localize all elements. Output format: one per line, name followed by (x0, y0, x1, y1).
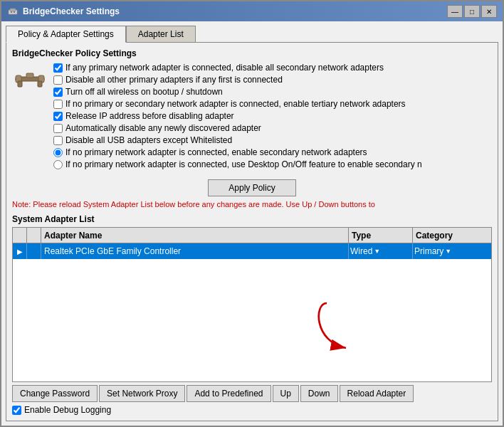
svg-rect-9 (38, 81, 42, 87)
checkbox-label-4: If no primary or secondary network adapt… (65, 99, 406, 109)
checkbox-label-7: Disable all USB adapters except Whitelis… (65, 135, 232, 145)
set-proxy-button[interactable]: Set Network Proxy (99, 385, 185, 402)
type-dropdown-arrow: ▼ (374, 248, 380, 255)
bottom-buttons: Change Password Set Network Proxy Add to… (12, 385, 492, 402)
up-button[interactable]: Up (273, 385, 299, 402)
title-buttons: — □ ✕ (447, 5, 497, 18)
radio-row-2: If no primary network adapter is connect… (53, 159, 492, 169)
adapter-table: Adapter Name Type Category ▶ Realtek PCI… (12, 227, 492, 382)
add-predefined-button[interactable]: Add to Predefined (187, 385, 271, 402)
checkbox-label-2: Disable all other primary adapters if an… (65, 75, 283, 85)
td-type-value: Wired (350, 246, 372, 256)
td-check (27, 243, 41, 259)
checkbox-label-6: Automatically disable any newly discover… (65, 123, 261, 133)
radio-label-1: If no primary network adapter is connect… (65, 147, 367, 157)
down-button[interactable]: Down (300, 385, 338, 402)
th-category-col[interactable]: Category (413, 228, 491, 243)
tab-bar: Policy & Adapter Settings Adapter List (6, 26, 498, 42)
radio-2[interactable] (53, 160, 63, 169)
th-check-col (27, 228, 41, 243)
debug-logging-checkbox[interactable] (12, 406, 21, 415)
checkbox-3[interactable] (53, 88, 63, 97)
checkbox-row-2: Disable all other primary adapters if an… (53, 75, 492, 85)
main-window: BridgeChecker Settings — □ ✕ Policy & Ad… (0, 0, 504, 427)
debug-row: Enable Debug Logging (12, 405, 492, 415)
radio-label-2: If no primary network adapter is connect… (65, 159, 422, 169)
apply-btn-row: Apply Policy (12, 179, 492, 196)
checkbox-row-1: If any primary network adapter is connec… (53, 63, 492, 73)
checkbox-7[interactable] (53, 136, 63, 145)
radio-1[interactable] (53, 148, 63, 157)
td-adapter-type[interactable]: Wired ▼ (349, 243, 413, 259)
td-adapter-name: Realtek PCIe GbE Family Controller (41, 243, 349, 259)
checkbox-label-1: If any primary network adapter is connec… (65, 63, 384, 73)
svg-rect-7 (26, 73, 33, 78)
checkbox-row-4: If no primary or secondary network adapt… (53, 99, 492, 109)
bottom-area: Change Password Set Network Proxy Add to… (12, 385, 492, 415)
bridge-icon (12, 63, 48, 98)
td-arrow: ▶ (13, 243, 27, 259)
th-name-col[interactable]: Adapter Name (41, 228, 349, 243)
tab-adapter-list[interactable]: Adapter List (126, 26, 196, 42)
maximize-button[interactable]: □ (464, 5, 480, 18)
debug-logging-label: Enable Debug Logging (24, 405, 111, 415)
svg-rect-1 (10, 9, 16, 11)
checkbox-row-3: Turn off all wireless on bootup / shutdo… (53, 87, 492, 97)
svg-rect-8 (18, 81, 22, 87)
reload-adapter-button[interactable]: Reload Adapter (340, 385, 414, 402)
th-type-col[interactable]: Type (349, 228, 413, 243)
table-row[interactable]: ▶ Realtek PCIe GbE Family Controller Wir… (13, 243, 491, 259)
table-header: Adapter Name Type Category (13, 228, 491, 243)
checkbox-row-6: Automatically disable any newly discover… (53, 123, 492, 133)
apply-policy-button[interactable]: Apply Policy (208, 179, 295, 196)
category-dropdown-arrow: ▼ (445, 248, 451, 255)
tab-content: BridgeChecker Policy Settings (6, 42, 498, 421)
checkbox-4[interactable] (53, 100, 63, 109)
window-title: BridgeChecker Settings (23, 6, 120, 16)
checkbox-row-7: Disable all USB adapters except Whitelis… (53, 135, 492, 145)
policy-section-title: BridgeChecker Policy Settings (12, 48, 492, 58)
checkbox-row-5: Release IP address before disabling adap… (53, 111, 492, 121)
minimize-button[interactable]: — (447, 5, 463, 18)
th-arrow-col (13, 228, 27, 243)
window-content: Policy & Adapter Settings Adapter List B… (1, 21, 503, 426)
policy-icon-container (12, 63, 48, 98)
policy-settings: If any primary network adapter is connec… (53, 63, 492, 169)
adapter-table-section: System Adapter List Adapter Name Type Ca… (12, 214, 492, 382)
checkbox-6[interactable] (53, 124, 63, 133)
adapter-section-title: System Adapter List (12, 214, 492, 224)
app-icon (7, 6, 19, 17)
radio-row-1: If no primary network adapter is connect… (53, 147, 492, 157)
checkbox-1[interactable] (53, 63, 63, 73)
checkbox-label-3: Turn off all wireless on bootup / shutdo… (65, 87, 223, 97)
close-button[interactable]: ✕ (481, 5, 497, 18)
checkbox-5[interactable] (53, 112, 63, 121)
checkbox-2[interactable] (53, 75, 63, 85)
change-password-button[interactable]: Change Password (12, 385, 98, 402)
svg-point-2 (11, 11, 12, 13)
title-bar: BridgeChecker Settings — □ ✕ (1, 1, 503, 21)
title-bar-left: BridgeChecker Settings (7, 6, 120, 17)
checkbox-label-5: Release IP address before disabling adap… (65, 111, 234, 121)
td-category-value: Primary (414, 246, 443, 256)
tab-policy-adapter[interactable]: Policy & Adapter Settings (6, 26, 126, 43)
td-adapter-category[interactable]: Primary ▼ (413, 243, 491, 259)
note-text: Note: Please reload System Adapter List … (12, 199, 492, 210)
svg-point-3 (14, 11, 15, 13)
policy-area: If any primary network adapter is connec… (12, 63, 492, 169)
